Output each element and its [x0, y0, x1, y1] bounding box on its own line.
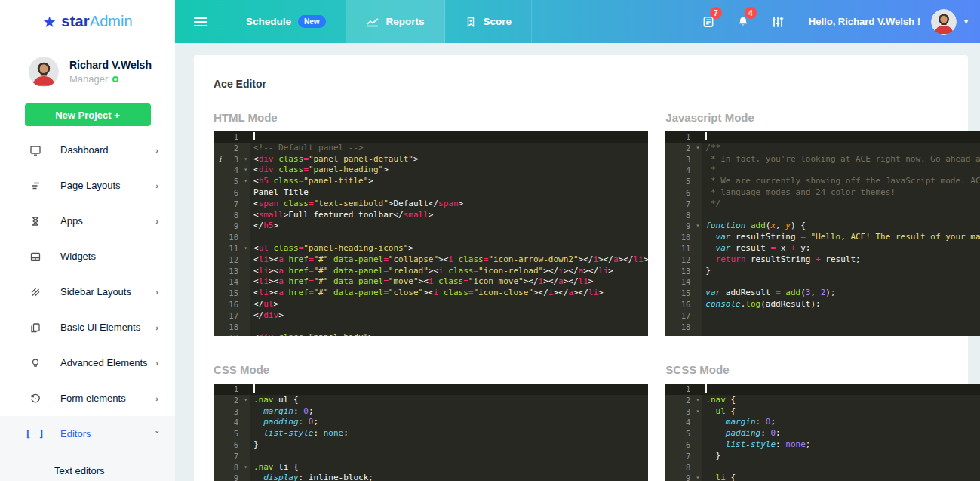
sidebar-item-sidebar-layouts[interactable]: Sidebar Layouts › — [0, 274, 175, 310]
gutter-line-number: 1 — [665, 131, 702, 143]
gutter-line-number: 18 — [214, 322, 250, 333]
nav-item-label: Reports — [386, 16, 425, 27]
messages-button[interactable]: 7 — [691, 0, 726, 43]
sidebar-item-advanced-elements[interactable]: Advanced Elements › — [0, 345, 175, 381]
code-text: console.log(addResult); — [702, 299, 980, 310]
profile-chevron-down-icon[interactable]: ▾ — [964, 0, 968, 43]
widget-icon — [29, 250, 41, 263]
sidebar-item-label: Basic UI Elements — [60, 322, 155, 333]
chevron-right-icon: › — [155, 359, 158, 368]
editors-grid: HTML Mode 12<!-- Default panel -->i3▾<di… — [214, 111, 948, 481]
sidebar-item-apps[interactable]: Apps › — [0, 203, 175, 239]
sidebar-item-basic-ui-elements[interactable]: Basic UI Elements › — [0, 310, 175, 345]
code-line: 5 * We are currently showing off the Jav… — [665, 176, 980, 187]
code-line: 9▾ li { — [665, 473, 980, 481]
code-text: <li><a href="#" data-panel="close"><i cl… — [250, 288, 648, 299]
profile-card[interactable]: Richard V.Welsh Manager — [0, 43, 175, 94]
code-text: <small>Full featured toolbar</small> — [250, 210, 648, 221]
code-text: display: inline-block; — [250, 473, 648, 481]
sidebar-item-dashboard[interactable]: Dashboard › — [0, 132, 175, 168]
chevron-down-icon: ˇ — [155, 430, 158, 439]
ace-editor-javascript[interactable]: 12▾/**3 * In fact, you're looking at ACE… — [665, 131, 980, 336]
code-line: 5▾<h5 class="panel-title"> — [214, 176, 648, 187]
fold-arrow-icon[interactable]: ▾ — [244, 165, 247, 176]
sidebar-item-form-elements[interactable]: Form elements › — [0, 381, 175, 416]
online-status-dot — [112, 76, 118, 82]
code-text: * We are currently showing off the JavaS… — [702, 176, 980, 187]
gutter-line-number: 7 — [214, 451, 250, 462]
fold-arrow-icon[interactable]: ▾ — [244, 395, 247, 406]
code-line: 16</ul> — [214, 299, 648, 310]
new-badge: New — [298, 15, 326, 28]
notifications-button[interactable]: 4 — [726, 0, 760, 43]
gutter-line-number: 2▾ — [665, 143, 702, 154]
gutter-line-number: 2 — [214, 143, 250, 154]
sidebar-item-widgets[interactable]: Widgets — [0, 239, 175, 274]
gutter-line-number: 4 — [665, 417, 702, 428]
sidebar-subitem-text-editors[interactable]: Text editors — [0, 459, 175, 481]
code-text: <span class="text-semibold">Default</spa… — [250, 199, 648, 210]
fold-arrow-icon[interactable]: ▾ — [244, 332, 247, 336]
nav-item-schedule[interactable]: Schedule New — [226, 0, 346, 43]
settings-button[interactable] — [760, 0, 795, 43]
code-line: 13<li><a href="#" data-panel="reload"><i… — [214, 266, 648, 277]
code-line: 16console.log(addResult); — [665, 299, 980, 310]
code-line: 9▾function add(x, y) { — [665, 220, 980, 232]
brand-primary: star — [61, 13, 90, 29]
ace-editor-scss[interactable]: 12▾.nav {3▾ ul {4 margin: 0;5 padding: 0… — [665, 384, 980, 481]
ace-editor-html[interactable]: 12<!-- Default panel -->i3▾<div class="p… — [214, 131, 648, 336]
avatar[interactable] — [931, 9, 957, 35]
code-text: <div class="panel-heading"> — [250, 165, 648, 176]
fold-arrow-icon[interactable]: ▾ — [696, 220, 699, 232]
sidebar-item-page-layouts[interactable]: Page Layouts › — [0, 168, 175, 203]
gutter-line-number: i3▾ — [214, 154, 250, 165]
chart-icon — [366, 16, 379, 28]
code-line: 1 — [665, 131, 980, 143]
brand-logo[interactable]: ★ starAdmin — [0, 0, 175, 43]
code-text: return resultString + result; — [702, 254, 980, 266]
sidebar-item-editors[interactable]: [ ] Editors ˇ — [0, 416, 175, 452]
annotation-info-icon[interactable]: i — [219, 154, 221, 165]
fold-arrow-icon[interactable]: ▾ — [244, 176, 247, 187]
fold-arrow-icon[interactable]: ▾ — [244, 462, 247, 473]
editors-submenu: Text editors — [0, 452, 175, 481]
ace-editor-css[interactable]: 12▾.nav ul {3 margin: 0;4 padding: 0;5 l… — [214, 384, 648, 481]
code-line: 7 — [214, 451, 648, 462]
gutter-line-number: 4▾ — [214, 165, 250, 176]
fold-arrow-icon[interactable]: ▾ — [696, 395, 699, 406]
sidebar-item-label: Apps — [60, 215, 155, 227]
chevron-right-icon: › — [155, 181, 158, 190]
fold-arrow-icon[interactable]: ▾ — [696, 473, 699, 481]
editor-section-html: HTML Mode 12<!-- Default panel -->i3▾<di… — [214, 111, 648, 336]
nav-item-reports[interactable]: Reports — [346, 0, 445, 43]
sidebar-item-label: Form elements — [60, 393, 155, 404]
fold-arrow-icon[interactable]: ▾ — [244, 154, 247, 165]
code-text — [702, 210, 980, 221]
fold-arrow-icon[interactable]: ▾ — [696, 406, 699, 418]
fold-arrow-icon[interactable]: ▾ — [696, 143, 699, 154]
fold-arrow-icon[interactable]: ▾ — [244, 243, 247, 254]
code-text: * In fact, you're looking at ACE right n… — [702, 154, 980, 165]
gutter-line-number: 19▾ — [214, 332, 250, 336]
code-text: padding: 0; — [250, 417, 648, 428]
hamburger-icon — [194, 15, 207, 29]
gutter-line-number: 14 — [665, 276, 702, 288]
greeting-text: Hello, Richard V.Welsh ! — [809, 0, 920, 43]
code-line: 4▾<div class="panel-heading"> — [214, 165, 648, 176]
code-line: 12 return resultString + result; — [665, 254, 980, 266]
code-line: 1 — [214, 384, 648, 395]
gutter-line-number: 2▾ — [665, 395, 702, 406]
new-project-button[interactable]: New Project + — [25, 103, 151, 126]
text-cursor — [253, 132, 255, 140]
menu-toggle-button[interactable] — [175, 0, 226, 43]
code-text — [250, 384, 648, 395]
nav-item-score[interactable]: Score — [445, 0, 533, 43]
gutter-line-number: 14 — [214, 276, 250, 288]
chevron-right-icon: › — [155, 288, 158, 297]
navbar-spacer — [532, 0, 691, 43]
code-line: 4 * — [665, 165, 980, 176]
gutter-line-number: 4 — [214, 417, 250, 428]
gutter-line-number: 17 — [665, 310, 702, 322]
code-text: } — [702, 451, 980, 462]
gutter-line-number: 15 — [214, 288, 250, 299]
